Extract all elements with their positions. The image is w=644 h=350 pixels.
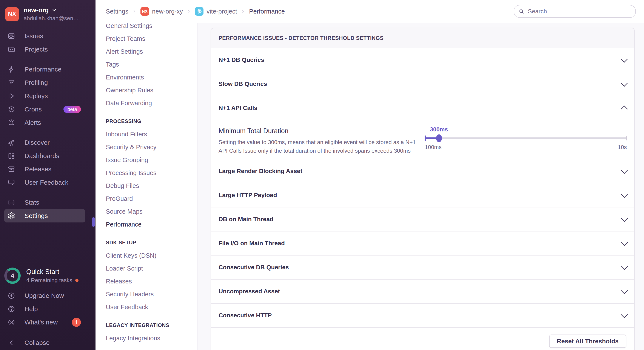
detector-row-large-render-blocking-asset[interactable]: Large Render Blocking Asset <box>211 159 634 183</box>
sidebar-item-label: Profiling <box>24 79 48 86</box>
sidebar-item-label: User Feedback <box>24 179 68 186</box>
detector-row-uncompressed-asset[interactable]: Uncompressed Asset <box>211 279 634 303</box>
panel-footer: Reset All Thresholds <box>211 327 634 350</box>
slider-end-tick <box>626 136 627 141</box>
dashboards-icon <box>7 152 16 160</box>
panel-title: PERFORMANCE ISSUES - DETECTOR THRESHOLD … <box>218 35 384 41</box>
org-switcher[interactable]: NX new-org abdullah.khan@sen… <box>0 0 96 22</box>
sidebar-item-label: Settings <box>24 212 48 219</box>
sidebar-item-label: Dashboards <box>24 152 59 160</box>
chevron-up-icon <box>621 105 628 113</box>
detector-row-consecutive-db-queries[interactable]: Consecutive DB Queries <box>211 255 634 279</box>
sidebar-footer: Upgrade Now Help What's new 1 Collapse <box>0 289 96 350</box>
user-feedback-icon <box>7 178 16 186</box>
breadcrumb-project[interactable]: vite-project <box>195 7 237 16</box>
org-chip: NX <box>140 7 149 16</box>
sidebar-item-settings[interactable]: Settings <box>4 209 85 222</box>
sidebar-item-profiling[interactable]: Profiling <box>4 76 85 89</box>
sidebar-item-alerts[interactable]: Alerts <box>4 116 85 129</box>
breadcrumb-settings[interactable]: Settings <box>106 8 128 15</box>
sidebar-item-issues[interactable]: Issues <box>4 29 85 43</box>
settings-nav-item-user-feedback[interactable]: User Feedback <box>106 301 197 314</box>
sidebar-item-label: Upgrade Now <box>24 292 64 299</box>
slider-track[interactable] <box>425 137 627 139</box>
settings-nav-item-legacy-integrations[interactable]: Legacy Integrations <box>106 332 197 345</box>
content: General Settings Project Teams Alert Set… <box>96 23 644 350</box>
chevron-down-icon <box>621 263 628 270</box>
settings-nav-item-ownership-rules[interactable]: Ownership Rules <box>106 84 197 97</box>
reset-all-thresholds-button[interactable]: Reset All Thresholds <box>549 335 626 348</box>
detector-row-file-io-on-main-thread[interactable]: File I/O on Main Thread <box>211 231 634 255</box>
alerts-icon <box>7 119 16 127</box>
settings-nav-item-releases[interactable]: Releases <box>106 275 197 288</box>
settings-nav-item-security-headers[interactable]: Security Headers <box>106 288 197 301</box>
detector-row-db-on-main-thread[interactable]: DB on Main Thread <box>211 207 634 231</box>
chevron-down-icon <box>621 79 628 87</box>
chevron-down-icon <box>621 167 628 174</box>
beta-badge: beta <box>64 106 81 113</box>
settings-nav-item-debug-files[interactable]: Debug Files <box>106 179 197 192</box>
sidebar-item-whats-new[interactable]: What's new 1 <box>4 316 85 329</box>
detector-row-n1-db-queries[interactable]: N+1 DB Queries <box>211 48 634 72</box>
detector-row-n1-api-calls[interactable]: N+1 API Calls <box>211 96 634 120</box>
sidebar-item-crons[interactable]: Crons beta <box>4 103 85 116</box>
chevron-down-icon <box>621 287 628 294</box>
breadcrumb-organization[interactable]: NX new-org-xy <box>140 7 183 16</box>
sidebar-item-releases[interactable]: Releases <box>4 163 85 176</box>
slider-value: 300ms <box>430 126 448 133</box>
sidebar-item-user-feedback[interactable]: User Feedback <box>4 176 85 189</box>
n1-api-calls-detail: Minimum Total Duration Setting the value… <box>211 120 634 159</box>
detail-text: Minimum Total Duration Setting the value… <box>218 120 425 159</box>
topbar: Settings NX new-org-xy vite-project <box>96 0 644 23</box>
sidebar-item-upgrade-now[interactable]: Upgrade Now <box>4 289 85 302</box>
org-avatar-initials: NX <box>8 11 16 17</box>
settings-nav-item-issue-grouping[interactable]: Issue Grouping <box>106 154 197 167</box>
settings-nav-item-project-teams[interactable]: Project Teams <box>106 32 197 45</box>
settings-nav-item-processing-issues[interactable]: Processing Issues <box>106 167 197 179</box>
detector-row-consecutive-http[interactable]: Consecutive HTTP <box>211 303 634 327</box>
settings-nav-item-data-forwarding[interactable]: Data Forwarding <box>106 97 197 110</box>
sidebar-item-collapse[interactable]: Collapse <box>4 336 85 349</box>
chevron-right-icon <box>132 9 136 13</box>
settings-nav-item-alert-settings[interactable]: Alert Settings <box>106 45 197 58</box>
settings-nav-item-general-settings[interactable]: General Settings <box>106 23 197 32</box>
settings-nav-item-loader-script[interactable]: Loader Script <box>106 262 197 275</box>
duration-slider[interactable]: 300ms 100ms 10s <box>425 126 627 152</box>
detector-row-large-http-payload[interactable]: Large HTTP Payload <box>211 183 634 207</box>
user-email: abdullah.khan@sen… <box>24 15 79 22</box>
search-box[interactable] <box>514 5 636 18</box>
breadcrumb: Settings NX new-org-xy vite-project <box>106 7 285 16</box>
slider-start-tick <box>424 136 426 141</box>
settings-nav-item-client-keys[interactable]: Client Keys (DSN) <box>106 249 197 262</box>
quick-start[interactable]: 4 Quick Start 4 Remaining tasks <box>4 268 90 284</box>
sidebar-item-label: Performance <box>24 66 62 73</box>
settings-nav-item-source-maps[interactable]: Source Maps <box>106 205 197 218</box>
issues-icon <box>7 32 16 40</box>
settings-nav-item-inbound-filters[interactable]: Inbound Filters <box>106 128 197 141</box>
sidebar-nav: Issues Projects Performance <box>0 29 96 222</box>
whats-new-badge: 1 <box>72 318 81 327</box>
app: NX new-org abdullah.khan@sen… Issues <box>0 0 644 350</box>
sidebar-item-projects[interactable]: Projects <box>4 43 85 56</box>
detector-row-slow-db-queries[interactable]: Slow DB Queries <box>211 72 634 96</box>
quick-start-count: 4 <box>4 268 21 284</box>
sidebar-item-dashboards[interactable]: Dashboards <box>4 149 85 163</box>
sidebar-item-stats[interactable]: Stats <box>4 196 85 209</box>
settings-nav: General Settings Project Teams Alert Set… <box>96 23 198 350</box>
settings-nav-item-proguard[interactable]: ProGuard <box>106 192 197 205</box>
sidebar-item-label: Crons <box>24 106 42 113</box>
sidebar-item-performance[interactable]: Performance <box>4 63 85 76</box>
sidebar-item-replays[interactable]: Replays <box>4 89 85 103</box>
sidebar-item-label: Projects <box>24 46 48 53</box>
slider-handle[interactable] <box>436 134 442 142</box>
settings-nav-item-tags[interactable]: Tags <box>106 58 197 71</box>
stats-icon <box>7 198 16 206</box>
settings-nav-item-security-privacy[interactable]: Security & Privacy <box>106 141 197 154</box>
sidebar-item-help[interactable]: Help <box>4 302 85 316</box>
search-input[interactable] <box>528 8 631 15</box>
settings-nav-item-performance[interactable]: Performance <box>106 218 197 231</box>
sidebar-item-discover[interactable]: Discover <box>4 136 85 149</box>
slider-max-label: 10s <box>618 144 627 151</box>
panel-area: PERFORMANCE ISSUES - DETECTOR THRESHOLD … <box>198 23 644 350</box>
settings-nav-item-environments[interactable]: Environments <box>106 71 197 84</box>
